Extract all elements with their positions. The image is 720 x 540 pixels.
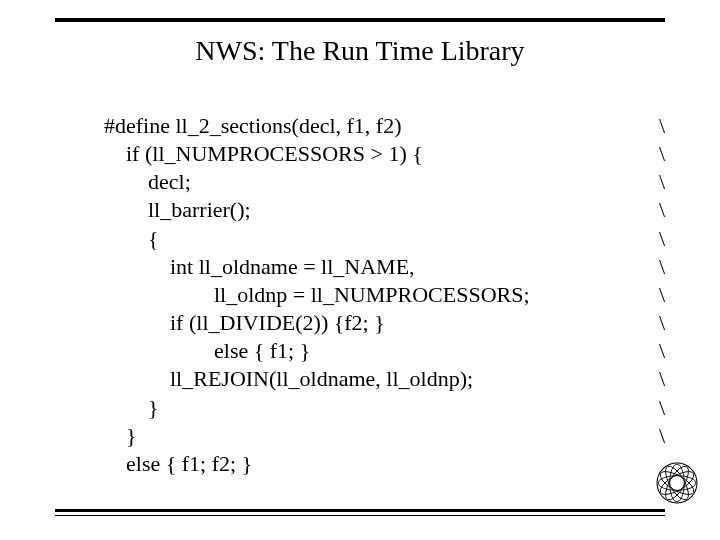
code-text: ll_oldnp = ll_NUMPROCESSORS;: [104, 281, 645, 309]
code-text: if (ll_NUMPROCESSORS > 1) {: [104, 140, 645, 168]
code-line: }\: [104, 422, 665, 450]
code-text: }: [104, 394, 645, 422]
code-line: }\: [104, 394, 665, 422]
code-text: }: [104, 422, 645, 450]
code-text: ll_REJOIN(ll_oldname, ll_oldnp);: [104, 365, 645, 393]
svg-point-0: [657, 463, 697, 503]
continuation-backslash: \: [645, 168, 665, 196]
code-text: else { f1; }: [104, 337, 645, 365]
continuation-backslash: \: [645, 196, 665, 224]
code-text: ll_barrier();: [104, 196, 645, 224]
code-line: else { f1; }\: [104, 337, 665, 365]
code-text: if (ll_DIVIDE(2)) {f2; }: [104, 309, 645, 337]
bottom-rule: [55, 509, 665, 516]
code-block: #define ll_2_sections(decl, f1, f2)\if (…: [104, 112, 665, 478]
code-text: #define ll_2_sections(decl, f1, f2): [104, 112, 645, 140]
code-text: else { f1; f2; }: [104, 450, 645, 478]
code-line: else { f1; f2; }: [104, 450, 665, 478]
continuation-backslash: \: [645, 225, 665, 253]
code-text: {: [104, 225, 645, 253]
continuation-backslash: \: [645, 112, 665, 140]
continuation-backslash: \: [645, 281, 665, 309]
page-title: NWS: The Run Time Library: [0, 35, 720, 67]
code-line: if (ll_NUMPROCESSORS > 1) {\: [104, 140, 665, 168]
code-line: if (ll_DIVIDE(2)) {f2; }\: [104, 309, 665, 337]
code-line: decl;\: [104, 168, 665, 196]
continuation-backslash: \: [645, 309, 665, 337]
code-line: ll_REJOIN(ll_oldname, ll_oldnp);\: [104, 365, 665, 393]
continuation-backslash: \: [645, 422, 665, 450]
code-line: ll_oldnp = ll_NUMPROCESSORS;\: [104, 281, 665, 309]
svg-point-1: [658, 476, 696, 491]
continuation-backslash: \: [645, 365, 665, 393]
continuation-backslash: \: [645, 337, 665, 365]
code-line: {\: [104, 225, 665, 253]
top-rule: [55, 18, 665, 22]
code-text: decl;: [104, 168, 645, 196]
continuation-backslash: \: [645, 253, 665, 281]
code-line: int ll_oldname = ll_NAME,\: [104, 253, 665, 281]
code-line: #define ll_2_sections(decl, f1, f2)\: [104, 112, 665, 140]
code-line: ll_barrier();\: [104, 196, 665, 224]
continuation-backslash: \: [645, 140, 665, 168]
code-text: int ll_oldname = ll_NAME,: [104, 253, 645, 281]
continuation-backslash: \: [645, 394, 665, 422]
svg-point-4: [670, 464, 685, 502]
logo-icon: [656, 462, 698, 504]
